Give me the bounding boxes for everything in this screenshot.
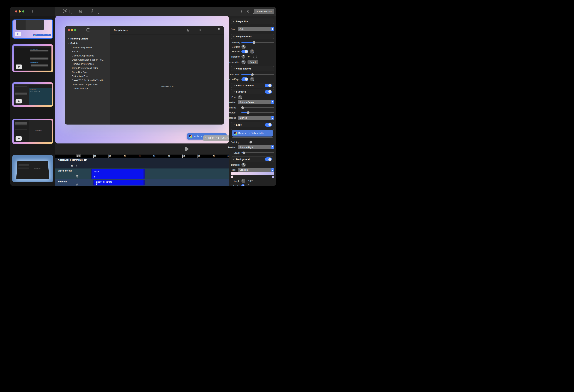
section-background[interactable]: Background [231, 157, 274, 162]
shadow-toggle[interactable] [241, 50, 248, 53]
toggle-settings-panel-icon[interactable] [245, 10, 249, 13]
screenshot-capture-icon[interactable] [63, 9, 67, 14]
script-item[interactable]: Open Safari on port 4000 [65, 82, 110, 86]
duration-resolution-badge: 34.97s 1879x1344 [203, 135, 229, 141]
script-item[interactable]: Open Library Folder [65, 45, 110, 49]
margin-slider[interactable] [241, 112, 274, 113]
group-running-scripts[interactable]: Running Scripts [65, 37, 110, 41]
logo-padding-slider[interactable] [241, 142, 274, 142]
close-icon[interactable] [68, 29, 70, 31]
minimize-icon[interactable] [19, 10, 21, 13]
script-item[interactable]: Reset TCC for ShowMeYourHo… [65, 78, 110, 82]
gears-icon[interactable] [250, 49, 254, 54]
video-comment-toggle[interactable] [265, 84, 272, 87]
cut-button[interactable] [76, 154, 81, 157]
section-subtitles[interactable]: Subtitles [231, 89, 274, 94]
toggle-timeline-panel-icon[interactable] [238, 10, 242, 13]
sidebar-toggle-icon[interactable] [29, 10, 33, 13]
rotation-knob[interactable] [241, 55, 245, 59]
trash-icon[interactable] [76, 183, 79, 186]
pin-icon[interactable] [218, 28, 220, 33]
thumbnail-4[interactable]: No selection [12, 119, 53, 144]
trash-icon[interactable] [79, 9, 82, 14]
chevron-down-icon[interactable] [98, 11, 99, 14]
record-icon[interactable]: ◉ [71, 164, 73, 167]
gear-icon[interactable]: ⚙ [96, 183, 98, 185]
padding-slider[interactable] [241, 42, 274, 43]
gear-icon[interactable]: ⚙ [93, 175, 96, 178]
group-scripts[interactable]: Scripts [65, 41, 110, 45]
script-item[interactable]: Distraction Free [65, 74, 110, 78]
background-toggle[interactable] [265, 157, 272, 161]
subtitles-toggle[interactable] [265, 90, 272, 94]
reset-button[interactable]: Reset [247, 60, 258, 64]
cursor-size-slider[interactable] [241, 74, 274, 75]
sidebar-toggle-icon[interactable] [86, 28, 90, 31]
logo-position-select[interactable]: Bottom Right [238, 145, 274, 149]
run-script-icon[interactable] [199, 29, 201, 32]
gears-icon[interactable] [241, 163, 246, 167]
gears-icon[interactable] [250, 77, 254, 81]
script-item[interactable]: Open Dev Apps [65, 70, 110, 74]
gears-icon[interactable] [238, 95, 242, 99]
clip-focus[interactable]: focus ⚙ [91, 169, 145, 179]
logo-toggle[interactable] [265, 123, 272, 127]
axial-select[interactable]: Axial [231, 184, 245, 186]
circle-icon[interactable] [247, 184, 250, 186]
trash-icon[interactable] [76, 175, 79, 178]
share-icon[interactable] [91, 9, 95, 14]
script-item[interactable]: Open Application Support Fol… [65, 58, 110, 62]
bg-type-select[interactable]: Gradient [238, 167, 274, 172]
app-toolbar: Send feedback [10, 7, 276, 16]
scale-slider[interactable] [241, 152, 274, 153]
axial-value: Axial [233, 185, 238, 186]
chevron-right-icon [67, 38, 69, 39]
send-feedback-button[interactable]: Send feedback [254, 9, 274, 14]
angle-knob[interactable] [241, 179, 245, 183]
thumbnail-3[interactable]: #!/bin/sh open ~/Library [12, 82, 53, 107]
gradient-stop-end[interactable] [272, 176, 274, 178]
ellipsis-icon[interactable]: ⋯ [253, 55, 257, 59]
trash-icon[interactable] [75, 164, 78, 167]
gradient-stop-start[interactable] [231, 176, 233, 178]
thumbnail-5[interactable]: No selection [12, 155, 53, 182]
trash-icon[interactable] [187, 28, 190, 32]
script-item[interactable]: Close All Applications [65, 54, 110, 58]
thumbnail-2[interactable]: Introduction Mon contexte [12, 44, 53, 72]
logo-preview-text: Made with Splendidis [238, 132, 264, 135]
logo-preview-box[interactable]: Made with Splendidis [231, 129, 274, 138]
zoom-icon[interactable] [74, 29, 76, 31]
section-logo[interactable]: Logo [231, 122, 274, 127]
section-image-size[interactable]: Image Size [231, 19, 274, 24]
hotkeys-toggle[interactable] [241, 77, 248, 81]
chevron-down-icon[interactable] [71, 11, 72, 14]
script-item[interactable]: Remove Preferences [65, 62, 110, 66]
position-value: Bottom Center [240, 101, 254, 104]
script-item[interactable]: Close Dev Apps [65, 86, 110, 91]
play-button[interactable] [185, 146, 189, 151]
ruler-tick: 2s [108, 155, 108, 158]
script-item[interactable]: Reset TCC [65, 49, 110, 54]
section-video-options[interactable]: Video options [231, 66, 274, 71]
thumbnail-1-selected[interactable]: Made with Splendidis [12, 20, 53, 39]
preview-canvas[interactable]: + Running Scripts Scripts Open Library F… [55, 16, 229, 144]
subtitle-background-select[interactable]: Blurred [238, 116, 274, 120]
section-image-options[interactable]: Image options [231, 34, 274, 39]
stop-script-icon[interactable] [206, 29, 208, 32]
track-audio-video-comments[interactable]: Audio/Video comments ◉ [55, 158, 229, 168]
subtitle-position-select[interactable]: Bottom Center [238, 100, 274, 104]
minimize-icon[interactable] [71, 29, 73, 31]
section-video-comment[interactable]: Video Comment [231, 83, 274, 88]
scriptarious-title: Scriptarious [114, 29, 128, 31]
timeline-ruler[interactable] [55, 155, 229, 158]
script-item[interactable]: Open Preferences Folder [65, 66, 110, 70]
gradient-preview[interactable] [231, 172, 274, 175]
add-script-icon[interactable]: + [80, 28, 82, 32]
gears-icon[interactable] [241, 60, 246, 64]
gears-icon[interactable] [241, 45, 246, 49]
zoom-icon[interactable] [22, 10, 24, 13]
subtitle-padding-slider[interactable] [241, 107, 274, 108]
clip-list-of-all-scripts[interactable]: List of all scripts ⚙ [93, 180, 145, 186]
size-select[interactable]: Auto [238, 27, 274, 31]
close-icon[interactable] [15, 10, 17, 13]
